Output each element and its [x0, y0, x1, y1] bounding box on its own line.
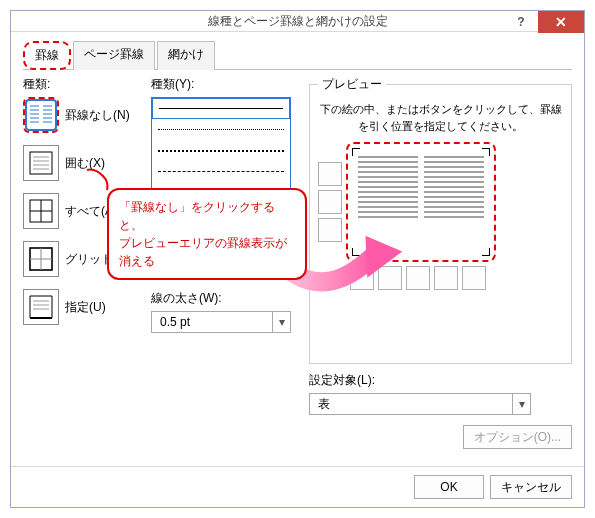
type-none-label: 罫線なし(N) — [65, 107, 130, 124]
border-hmiddle-button[interactable] — [318, 190, 342, 214]
dialog-footer: OK キャンセル — [11, 466, 584, 507]
tab-shading[interactable]: 網かけ — [157, 41, 215, 70]
apply-to-label: 設定対象(L): — [309, 372, 572, 389]
width-select[interactable]: 0.5 pt ▾ — [151, 311, 291, 333]
preview-column: プレビュー 下の絵の中、またはボタンをクリックして、罫線を引く位置を指定してくだ… — [309, 76, 572, 456]
chevron-down-icon: ▾ — [272, 312, 290, 332]
type-custom-label: 指定(U) — [65, 299, 106, 316]
border-bottom-button[interactable] — [318, 218, 342, 242]
callout-tail-icon — [85, 166, 111, 192]
callout-line1: 「罫線なし」をクリックすると、 — [119, 198, 295, 234]
tab-borders[interactable]: 罫線 — [23, 41, 71, 70]
options-button[interactable]: オプション(O)... — [463, 425, 572, 449]
callout-line2: プレビューエリアの罫線表示が消える — [119, 234, 295, 270]
type-box-icon[interactable] — [23, 145, 59, 181]
type-custom-icon[interactable] — [23, 289, 59, 325]
style-label: 種類(Y): — [151, 76, 301, 93]
annotation-callout: 「罫線なし」をクリックすると、 プレビューエリアの罫線表示が消える — [107, 188, 307, 280]
border-diag-up-button[interactable] — [462, 266, 486, 290]
preview-legend: プレビュー — [318, 76, 386, 93]
preview-hint: 下の絵の中、またはボタンをクリックして、罫線を引く位置を指定してください。 — [318, 101, 563, 134]
type-grid-icon[interactable] — [23, 241, 59, 277]
border-right-button[interactable] — [434, 266, 458, 290]
border-diag-down-button[interactable] — [350, 266, 374, 290]
tab-page-borders[interactable]: ページ罫線 — [73, 41, 155, 70]
dialog-body: 罫線 ページ罫線 網かけ 種類: 罫線なし(N) 囲む(X) — [11, 32, 584, 466]
type-none-icon[interactable] — [23, 97, 59, 133]
ok-button[interactable]: OK — [414, 475, 484, 499]
borders-shading-dialog: 線種とページ罫線と網かけの設定 ? ✕ 罫線 ページ罫線 網かけ 種類: 罫線な… — [10, 10, 585, 508]
apply-to-value: 表 — [310, 396, 512, 413]
width-label: 線の太さ(W): — [151, 290, 301, 307]
type-all-icon[interactable] — [23, 193, 59, 229]
border-vmiddle-button[interactable] — [406, 266, 430, 290]
dialog-title: 線種とページ罫線と網かけの設定 — [208, 13, 388, 30]
width-value: 0.5 pt — [152, 315, 272, 329]
cancel-button[interactable]: キャンセル — [490, 475, 572, 499]
border-left-button[interactable] — [378, 266, 402, 290]
help-button[interactable]: ? — [504, 11, 538, 33]
svg-rect-10 — [30, 152, 52, 174]
type-label: 種類: — [23, 76, 143, 93]
close-button[interactable]: ✕ — [538, 11, 584, 33]
chevron-down-icon: ▾ — [512, 394, 530, 414]
tab-strip: 罫線 ページ罫線 網かけ — [23, 40, 572, 70]
preview-group: プレビュー 下の絵の中、またはボタンをクリックして、罫線を引く位置を指定してくだ… — [309, 76, 572, 364]
titlebar: 線種とページ罫線と網かけの設定 ? ✕ — [11, 11, 584, 32]
border-top-button[interactable] — [318, 162, 342, 186]
titlebar-buttons: ? ✕ — [504, 11, 584, 31]
apply-to-select[interactable]: 表 ▾ — [309, 393, 531, 415]
preview-page[interactable] — [346, 142, 496, 262]
